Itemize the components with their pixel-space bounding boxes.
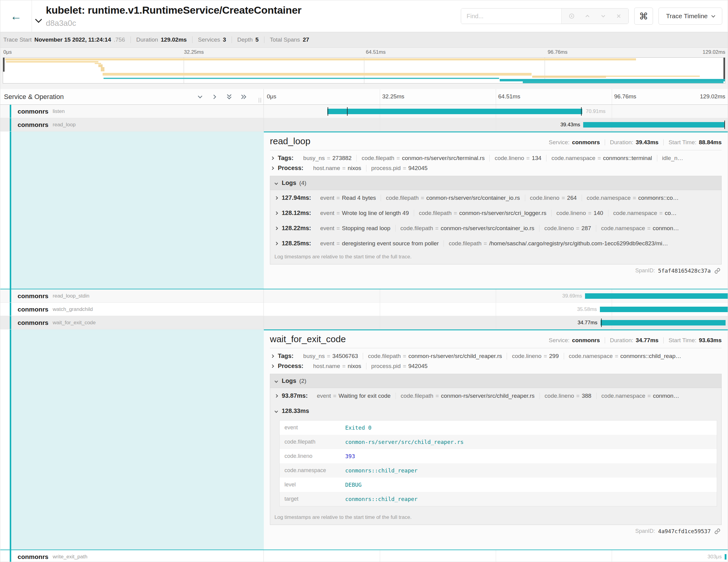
copy-link-icon[interactable] bbox=[714, 528, 720, 534]
trace-services: Services 3 bbox=[198, 36, 226, 43]
logs-header[interactable]: Logs (4) bbox=[270, 176, 721, 190]
span-detail-title: wait_for_exit_code bbox=[270, 334, 346, 344]
service-name: conmonrs bbox=[18, 292, 49, 300]
tick-label: 0μs bbox=[3, 49, 12, 55]
span-duration-label: 39.69ms bbox=[562, 289, 582, 303]
table-row: event Exited 0 bbox=[280, 421, 717, 435]
log-marker bbox=[724, 121, 725, 129]
log-entry[interactable]: 128.22ms: event=Stopping read loop code.… bbox=[270, 220, 721, 236]
tag: code.filepath=conmon-rs/server/src/termi… bbox=[356, 155, 489, 162]
span-timeline-cell[interactable]: 39.69ms bbox=[264, 289, 728, 303]
span-name-cell[interactable]: conmonrs wait_for_exit_code bbox=[0, 316, 264, 329]
span-name-cell[interactable]: conmonrs watch_grandchild bbox=[0, 303, 264, 316]
find-bar bbox=[461, 8, 629, 24]
service-name: conmonrs bbox=[18, 121, 49, 128]
service-name: conmonrs bbox=[18, 553, 49, 560]
span-timeline-cell[interactable]: 70.91ms bbox=[264, 105, 728, 118]
minimap-span bbox=[103, 73, 532, 76]
log-entry[interactable]: 128.12ms: event=Wrote log line of length… bbox=[270, 205, 721, 220]
find-input[interactable] bbox=[461, 9, 561, 24]
span-bar[interactable] bbox=[725, 554, 726, 560]
span-timeline-cell[interactable]: 39.43ms bbox=[264, 118, 728, 131]
span-name-cell[interactable]: conmonrs listen bbox=[0, 105, 264, 118]
operation-name: write_exit_path bbox=[53, 554, 87, 560]
column-resizer-grip[interactable] bbox=[259, 98, 261, 103]
detail-row-highlight bbox=[11, 131, 264, 289]
span-duration-label: 35.58ms bbox=[577, 303, 597, 316]
tick-label: 64.51ms bbox=[498, 93, 520, 100]
focus-match-icon[interactable] bbox=[568, 13, 575, 19]
span-timeline-cell[interactable]: 35.58ms bbox=[264, 303, 728, 316]
span-bar[interactable] bbox=[600, 307, 728, 312]
log-entry[interactable]: 93.87ms: event=Waiting for exit code cod… bbox=[270, 388, 721, 403]
span-row-listen: conmonrs listen 70.91ms bbox=[0, 105, 728, 118]
minimap-canvas[interactable] bbox=[3, 57, 725, 83]
tag: code.namespace=conmonrs::child_reap… bbox=[564, 353, 686, 359]
minimap-range-handle-right[interactable] bbox=[723, 58, 725, 79]
collapse-one-icon[interactable] bbox=[196, 93, 204, 101]
service-name: conmonrs bbox=[18, 319, 49, 326]
logs-note: Log timestamps are relative to the start… bbox=[270, 511, 721, 525]
span-duration-label: 70.91ms bbox=[586, 105, 605, 118]
operation-name: read_loop bbox=[53, 122, 76, 128]
detail-duration: 34.77ms bbox=[636, 337, 658, 344]
chevron-down-icon bbox=[711, 14, 715, 18]
span-row-write-exit-path: conmonrs write_exit_path 303μs bbox=[0, 550, 728, 562]
minimap-range-handle-left[interactable] bbox=[3, 58, 5, 72]
process-row[interactable]: Process: host.name=nixos process.pid=942… bbox=[270, 165, 722, 172]
chevron-right-icon bbox=[270, 166, 274, 170]
log-entry[interactable]: 128.25ms: event=deregistering event sour… bbox=[270, 236, 721, 251]
log-marker bbox=[347, 107, 348, 116]
detail-service: conmonrs bbox=[572, 139, 600, 146]
logs-header[interactable]: Logs (2) bbox=[270, 374, 721, 388]
minimap-span bbox=[5, 58, 636, 60]
span-bar[interactable] bbox=[583, 122, 725, 128]
expand-all-icon[interactable] bbox=[240, 93, 248, 101]
log-marker bbox=[601, 318, 602, 327]
span-name-cell[interactable]: conmonrs read_loop bbox=[0, 118, 264, 131]
span-detail-title: read_loop bbox=[270, 136, 310, 146]
service-color-accent bbox=[10, 289, 11, 302]
span-name-cell[interactable]: conmonrs read_loop_stdin bbox=[0, 289, 264, 303]
back-button[interactable]: ← bbox=[0, 0, 32, 32]
keyboard-shortcuts-button[interactable]: ⌘ bbox=[634, 8, 653, 25]
service-name: conmonrs bbox=[18, 108, 49, 115]
process-row[interactable]: Process: host.name=nixos process.pid=942… bbox=[270, 363, 722, 370]
detail-row-highlight bbox=[11, 329, 264, 550]
tick-label: 96.76ms bbox=[548, 49, 567, 55]
chevron-down-icon bbox=[274, 181, 278, 185]
expand-one-icon[interactable] bbox=[211, 93, 219, 101]
tag: idle_n… bbox=[657, 155, 688, 162]
view-options-dropdown[interactable]: Trace Timeline bbox=[658, 8, 722, 25]
next-match-icon[interactable] bbox=[600, 13, 607, 19]
span-bar[interactable] bbox=[585, 293, 728, 299]
clear-search-icon[interactable] bbox=[616, 13, 622, 19]
copy-link-icon[interactable] bbox=[714, 268, 720, 274]
span-timeline-cell[interactable]: 303μs bbox=[264, 550, 728, 562]
minimap-span bbox=[523, 81, 723, 83]
span-name-cell[interactable]: conmonrs write_exit_path bbox=[0, 550, 264, 562]
operation-name: watch_grandchild bbox=[53, 306, 93, 312]
minimap-span bbox=[101, 67, 104, 71]
chevron-down-icon bbox=[274, 409, 278, 413]
prev-match-icon[interactable] bbox=[584, 13, 591, 19]
span-detail-read-loop: read_loop Service:conmonrs Duration:39.4… bbox=[0, 131, 728, 289]
log-marker bbox=[328, 107, 328, 116]
span-duration-label: 39.43ms bbox=[560, 118, 580, 131]
collapse-all-icon[interactable] bbox=[225, 93, 233, 101]
span-row-watch-grandchild: conmonrs watch_grandchild 35.58ms bbox=[0, 303, 728, 316]
span-bar[interactable] bbox=[600, 320, 726, 325]
chevron-down-icon[interactable] bbox=[35, 16, 42, 23]
trace-id: d8a3a0c bbox=[46, 19, 301, 28]
log-entry[interactable]: 127.94ms: event=Read 4 bytes code.filepa… bbox=[270, 190, 721, 205]
trace-start: Trace Start November 15 2022, 11:24:14.7… bbox=[3, 36, 125, 43]
log-entry-expanded-header[interactable]: 128.33ms bbox=[270, 403, 721, 418]
tags-row[interactable]: Tags: busy_ns=34506763 code.filepath=con… bbox=[270, 353, 722, 359]
span-id-value: 4a947cfd1ce59537 bbox=[658, 528, 711, 534]
span-id-row: SpanID: 4a947cfd1ce59537 bbox=[270, 528, 720, 534]
minimap-span bbox=[98, 64, 103, 67]
tags-row[interactable]: Tags: busy_ns=273882 code.filepath=conmo… bbox=[270, 155, 722, 162]
span-timeline-cell[interactable]: 34.77ms bbox=[264, 316, 728, 329]
span-bar[interactable] bbox=[327, 109, 582, 114]
back-arrow-icon: ← bbox=[10, 10, 22, 22]
